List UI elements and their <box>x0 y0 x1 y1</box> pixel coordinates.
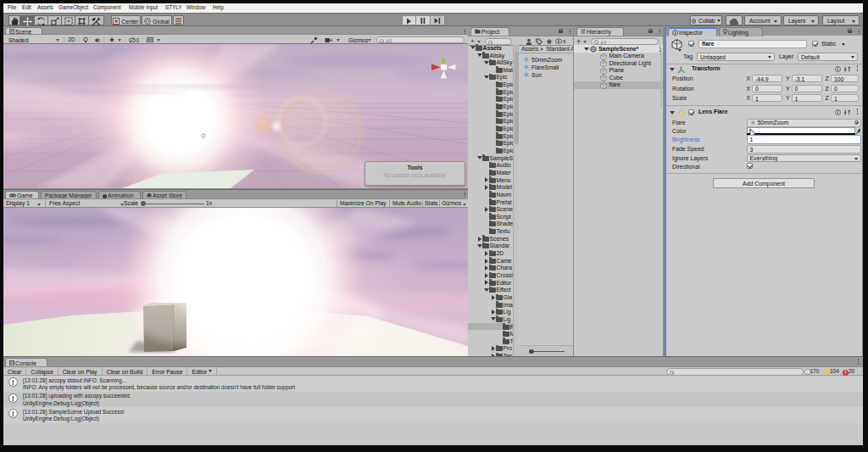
svg-text:Persp: Persp <box>438 86 453 92</box>
svg-text:x: x <box>426 65 429 70</box>
